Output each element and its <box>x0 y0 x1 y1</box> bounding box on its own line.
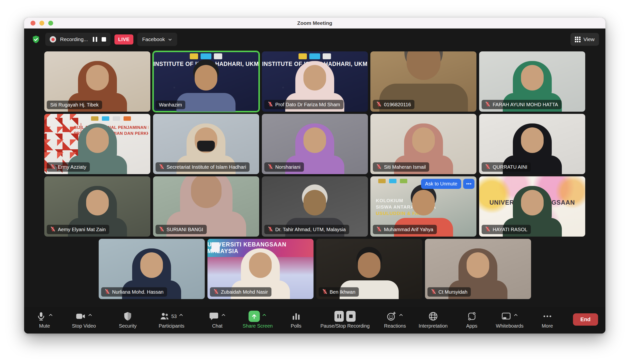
toolbar-item-iconrow <box>501 310 518 323</box>
participant-tile-ct-mursyidah[interactable]: Ct Mursyidah <box>425 239 531 299</box>
participant-tile-siti-rugayah[interactable]: Siti Rugayah Hj. Tibek <box>44 51 150 112</box>
participant-name: Siti Maheran Ismail <box>384 164 426 170</box>
face-graphic <box>412 190 435 215</box>
livestream-target-dropdown[interactable]: Facebook <box>137 33 177 46</box>
unmute-overlay: Ask to Unmute••• <box>421 179 474 189</box>
participant-tile-muhammad-arif[interactable]: KOLOKIUMSISWA ANTARABANGSAUSULUDDIN & FA… <box>370 176 476 237</box>
participant-tile-ben-ikhwan[interactable]: Ben Ikhwan <box>316 239 422 299</box>
toolbar-item-iconrow <box>122 310 133 323</box>
stop-recording-icon[interactable] <box>102 37 106 41</box>
toolbar-item-iconrow <box>542 310 552 323</box>
toolbar-item-iconrow <box>75 310 92 323</box>
toolbar-item-apps[interactable]: Apps <box>466 310 478 329</box>
participant-tile-suriani-bangi[interactable]: SURIANI BANGI <box>153 176 259 237</box>
participant-name: HAYATI RASOL <box>493 227 528 232</box>
toolbar-item-more[interactable]: More <box>542 310 553 329</box>
toolbar-item-label: Mute <box>39 323 50 329</box>
gallery-row: SIJIL PROFESIONAL PENJAMINAN KUALITIPROG… <box>44 114 585 174</box>
ask-to-unmute-button[interactable]: Ask to Unmute <box>421 179 461 189</box>
face-graphic <box>249 252 272 278</box>
participant-name: Ermy Azziaty <box>58 164 86 170</box>
participant-tile-secretariat[interactable]: Secretariat Institute of Islam Hadhari <box>153 114 259 174</box>
gallery-row: Nurliana Mohd. HassanUNIVERSITI KEBANGSA… <box>44 239 585 299</box>
participant-tile-qurratu-aini[interactable]: QURRATU AINI <box>479 114 585 174</box>
participant-name: Zubaidah Mohd Nasir <box>221 289 268 295</box>
minimize-window-button[interactable] <box>40 21 44 25</box>
participant-name-tag: SURIANI BANGI <box>156 225 207 234</box>
muted-mic-icon <box>322 289 328 295</box>
chevron-up-icon <box>221 313 226 318</box>
toolbar-item-label: Security <box>119 323 136 329</box>
fullscreen-window-button[interactable] <box>48 21 53 25</box>
toolbar-item-participants[interactable]: 53Participants <box>159 310 184 329</box>
live-badge[interactable]: LIVE <box>114 34 133 44</box>
toolbar-item-iconrow: 53 <box>160 310 184 323</box>
toolbar-item-polls[interactable]: Polls <box>291 310 301 329</box>
traffic-lights <box>30 21 53 25</box>
interpretation-icon <box>428 311 438 322</box>
participant-tile-ermy-azziaty[interactable]: SIJIL PROFESIONAL PENJAMINAN KUALITIPROG… <box>44 114 150 174</box>
participant-tile-farah-ayuni[interactable]: FARAH AYUNI MOHD HATTA <box>479 51 585 112</box>
chevron-up-icon <box>513 313 518 318</box>
face-graphic <box>191 176 221 208</box>
participant-name-tag: Siti Rugayah Hj. Tibek <box>47 101 102 109</box>
participant-tile-zubaidah[interactable]: UNIVERSITI KEBANGSAAN MALAYSIAZubaidah M… <box>208 239 314 299</box>
toolbar-item-label: Apps <box>466 323 478 329</box>
face-graphic <box>358 252 380 278</box>
face-graphic <box>521 127 544 153</box>
toolbar-item-security[interactable]: Security <box>119 310 136 329</box>
gallery-row: Siti Rugayah Hj. TibekINSTITUTE OF ISLAM… <box>44 51 585 112</box>
participant-tile-nurliana[interactable]: Nurliana Mohd. Hassan <box>99 239 205 299</box>
mute-icon <box>36 311 46 322</box>
whiteboards-icon <box>501 311 512 322</box>
participant-tile-siti-maheran[interactable]: Siti Maheran Ismail <box>370 114 476 174</box>
end-meeting-button[interactable]: End <box>573 313 598 326</box>
reactions-icon <box>386 311 397 322</box>
muted-mic-icon <box>50 164 56 170</box>
meeting-topbar: Recording... LIVE Facebook View <box>24 30 606 48</box>
pause-recording-icon[interactable] <box>93 37 97 42</box>
toolbar-item-interpretation[interactable]: Interpretation <box>418 310 448 329</box>
participant-name: SURIANI BANGI <box>166 227 203 232</box>
view-button[interactable]: View <box>570 33 599 46</box>
toolbar-item-iconrow <box>428 310 438 323</box>
polls-icon <box>291 311 301 322</box>
toolbar-item-chat[interactable]: Chat <box>209 310 226 329</box>
muted-mic-icon <box>485 164 490 170</box>
toolbar-item-label: Participants <box>159 323 184 329</box>
meeting-toolbar: MuteStop VideoSecurity53ParticipantsChat… <box>24 307 606 334</box>
toolbar-item-label: Polls <box>291 323 301 329</box>
muted-mic-icon <box>268 101 273 108</box>
participant-name-tag: Dr. Tahir Ahmad, UTM, Malaysia <box>264 225 349 234</box>
participant-tile-hayati-rasol[interactable]: UNIVERSITI KEBANGSAAN MALAYSIAHAYATI RAS… <box>479 176 585 237</box>
stop-video-icon <box>75 311 86 322</box>
toolbar-item-label: More <box>542 323 553 329</box>
toolbar-item-reactions[interactable]: Reactions <box>384 310 406 329</box>
face-graphic <box>466 252 489 278</box>
muted-mic-icon <box>268 164 273 170</box>
face-graphic <box>304 190 326 215</box>
recording-controls-icons <box>334 311 356 322</box>
participant-tile-wanhazim[interactable]: INSTITUTE OF ISLAM HADHARI, UKMWanhazim <box>153 51 259 112</box>
participant-name-tag: Ermy Azziaty <box>47 162 90 172</box>
toolbar-item-label: Pause/Stop Recording <box>320 323 370 329</box>
participant-tile-aemy-elyani[interactable]: Aemy Elyani Mat Zain <box>44 176 150 237</box>
participant-more-options-button[interactable]: ••• <box>463 179 474 189</box>
toolbar-item-stop-video[interactable]: Stop Video <box>72 310 96 329</box>
gallery-row: Aemy Elyani Mat ZainSURIANI BANGIDr. Tah… <box>44 176 585 237</box>
participant-tile-fariza[interactable]: INSTITUTE OF ISLAM HADHARI, UKMProf Dato… <box>262 51 368 112</box>
participant-tile-norshariani[interactable]: Norshariani <box>262 114 368 174</box>
toolbar-item-share-screen[interactable]: Share Screen <box>243 310 273 329</box>
encryption-shield-icon[interactable] <box>30 33 41 46</box>
toolbar-item-mute[interactable]: Mute <box>36 310 53 329</box>
chat-icon <box>209 311 219 322</box>
participant-name: Muhammad Arif Yahya <box>384 227 433 232</box>
toolbar-item-pause-stop-recording[interactable]: Pause/Stop Recording <box>320 310 370 329</box>
close-window-button[interactable] <box>30 21 36 25</box>
toolbar-item-whiteboards[interactable]: Whiteboards <box>496 310 524 329</box>
chevron-up-icon <box>88 313 92 318</box>
participant-name-tag: HAYATI RASOL <box>482 225 531 234</box>
participant-tile-tahir-ahmad[interactable]: Dr. Tahir Ahmad, UTM, Malaysia <box>262 176 368 237</box>
participant-tile-0196820116[interactable]: 0196820116 <box>370 51 476 112</box>
participant-name-tag: Wanhazim <box>156 101 186 109</box>
